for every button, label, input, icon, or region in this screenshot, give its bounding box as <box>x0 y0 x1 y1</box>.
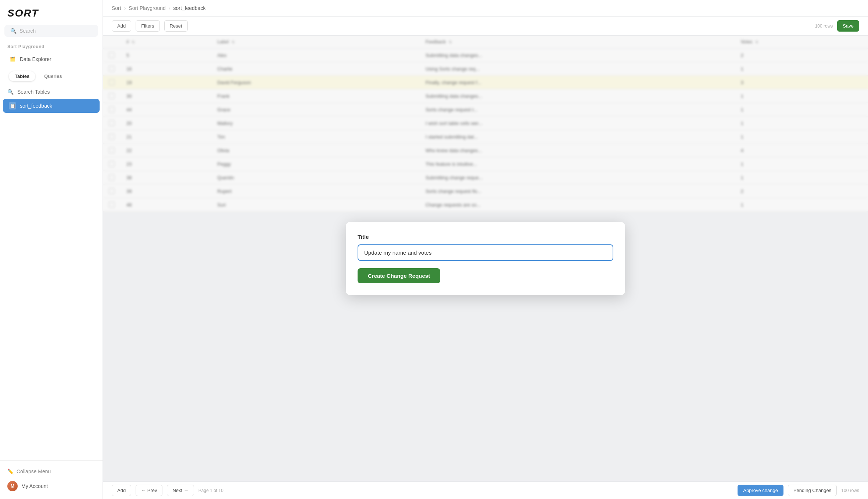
breadcrumb-playground: Sort Playground <box>129 5 165 11</box>
table-row: 20 Mallory I wish sort table cells wer..… <box>103 116 868 130</box>
sidebar-item-search-tables[interactable]: 🔍 Search Tables <box>0 86 103 98</box>
row-label: Olivia <box>211 144 420 157</box>
account-btn[interactable]: M My Account <box>0 478 103 495</box>
breadcrumb-sep-2: › <box>169 5 171 11</box>
row-checkbox-cell <box>103 62 121 76</box>
row-votes: 4 <box>735 144 868 157</box>
sidebar-item-sort-feedback-label: sort_feedback <box>20 103 52 109</box>
pending-changes-button[interactable]: Pending Changes <box>788 485 837 496</box>
create-change-request-button[interactable]: Create Change Request <box>358 268 440 283</box>
add-button[interactable]: Add <box>112 20 131 32</box>
row-checkbox-cell <box>103 116 121 130</box>
row-checkbox[interactable] <box>109 188 115 194</box>
data-table: # ⇅ Label ⇅ Feedback ⇅ Votes ⇅ 5 Alex Su… <box>103 36 868 212</box>
col-checkbox <box>103 36 121 49</box>
row-id: 22 <box>121 144 211 157</box>
row-checkbox[interactable] <box>109 202 115 208</box>
row-id: 48 <box>121 198 211 212</box>
search-icon: 🔍 <box>10 28 17 34</box>
sidebar-item-sort-feedback[interactable]: 📋 sort_feedback <box>3 99 100 113</box>
row-id: 21 <box>121 130 211 144</box>
table-row: 22 Olivia Who knew data changes... 4 <box>103 144 868 157</box>
record-count: 100 rows <box>815 24 833 29</box>
modal-title-input[interactable] <box>358 244 613 261</box>
row-votes: 1 <box>735 62 868 76</box>
collapse-menu-btn[interactable]: ✏️ Collapse Menu <box>0 465 103 478</box>
search-tables-label: Search Tables <box>17 89 50 95</box>
filters-button[interactable]: Filters <box>136 20 159 32</box>
prev-page-button[interactable]: ← Prev <box>136 485 162 496</box>
table-container: # ⇅ Label ⇅ Feedback ⇅ Votes ⇅ 5 Alex Su… <box>103 36 868 481</box>
data-explorer-icon: 🗂️ <box>9 55 16 63</box>
col-votes[interactable]: Votes ⇅ <box>735 36 868 49</box>
row-checkbox-cell <box>103 198 121 212</box>
search-placeholder: Search <box>19 28 36 34</box>
row-feedback: This feature is intuitive... <box>420 157 735 171</box>
row-votes: 2 <box>735 184 868 198</box>
row-label: Peggy <box>211 157 420 171</box>
row-votes: 1 <box>735 171 868 184</box>
queries-toggle[interactable]: Queries <box>38 71 68 81</box>
page-info: Page 1 of 10 <box>198 488 223 493</box>
row-checkbox[interactable] <box>109 134 115 140</box>
table-row: 30 Frank Submitting data changes... 1 <box>103 89 868 103</box>
table-row: 5 Alex Submitting data changes... 2 <box>103 49 868 62</box>
row-checkbox[interactable] <box>109 79 115 85</box>
row-checkbox-cell <box>103 89 121 103</box>
row-checkbox[interactable] <box>109 52 115 58</box>
sidebar: SORT 🔍 Search Sort Playground 🗂️ Data Ex… <box>0 0 103 499</box>
row-label: Suri <box>211 198 420 212</box>
sidebar-item-data-explorer[interactable]: 🗂️ Data Explorer <box>3 52 100 66</box>
row-checkbox-cell <box>103 144 121 157</box>
row-checkbox-cell <box>103 103 121 116</box>
breadcrumb-current: sort_feedback <box>173 5 205 11</box>
col-id[interactable]: # ⇅ <box>121 36 211 49</box>
row-checkbox[interactable] <box>109 161 115 167</box>
tables-toggle[interactable]: Tables <box>9 71 35 81</box>
row-id: 39 <box>121 184 211 198</box>
row-checkbox[interactable] <box>109 120 115 126</box>
table-row: 48 Suri Change requests are so... 1 <box>103 198 868 212</box>
row-feedback: Submitting data changes... <box>420 49 735 62</box>
row-votes: 1 <box>735 116 868 130</box>
row-checkbox[interactable] <box>109 93 115 99</box>
parent-section-label: Sort Playground <box>0 40 103 51</box>
next-page-button[interactable]: Next → <box>167 485 194 496</box>
col-label[interactable]: Label ⇅ <box>211 36 420 49</box>
row-label: Mallory <box>211 116 420 130</box>
table-row: 38 Quentin Submitting change reque... 1 <box>103 171 868 184</box>
sidebar-item-data-explorer-label: Data Explorer <box>20 56 51 62</box>
toggle-row: Tables Queries <box>3 68 100 84</box>
sort-feedback-icon: 📋 <box>9 102 16 110</box>
row-feedback: I wish sort table cells wer... <box>420 116 735 130</box>
row-id: 19 <box>121 76 211 89</box>
search-bar[interactable]: 🔍 Search <box>4 25 98 37</box>
approve-change-button[interactable]: Approve change <box>738 485 783 496</box>
row-label: Alex <box>211 49 420 62</box>
row-label: Quentin <box>211 171 420 184</box>
bottom-add-button[interactable]: Add <box>112 485 131 496</box>
row-checkbox-cell <box>103 171 121 184</box>
row-checkbox[interactable] <box>109 66 115 72</box>
collapse-icon: ✏️ <box>7 469 14 474</box>
table-row: 21 Tim I started submitting dat... 1 <box>103 130 868 144</box>
reset-button[interactable]: Reset <box>164 20 188 32</box>
save-button[interactable]: Save <box>837 20 859 32</box>
page-count: 100 rows <box>841 488 859 493</box>
row-votes: 1 <box>735 103 868 116</box>
row-checkbox[interactable] <box>109 107 115 112</box>
row-checkbox[interactable] <box>109 147 115 153</box>
topbar: Sort › Sort Playground › sort_feedback <box>103 0 868 17</box>
row-votes: 1 <box>735 89 868 103</box>
col-feedback[interactable]: Feedback ⇅ <box>420 36 735 49</box>
toolbar: Add Filters Reset 100 rows Save <box>103 17 868 36</box>
row-id: 30 <box>121 89 211 103</box>
row-votes: 1 <box>735 157 868 171</box>
collapse-label: Collapse Menu <box>17 469 51 474</box>
row-checkbox[interactable] <box>109 175 115 180</box>
row-checkbox-cell <box>103 130 121 144</box>
row-label: Frank <box>211 89 420 103</box>
table-row: 39 Rupert Sorts change request flo... 2 <box>103 184 868 198</box>
row-votes: 3 <box>735 76 868 89</box>
breadcrumb-sort: Sort <box>112 5 121 11</box>
